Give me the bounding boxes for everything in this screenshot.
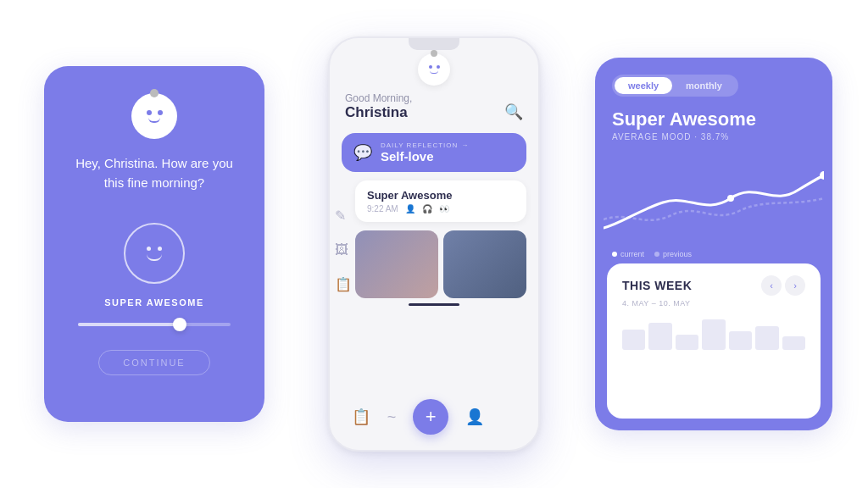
week-prev-button[interactable]: ‹ — [761, 275, 782, 296]
robot-face-left — [131, 93, 177, 139]
nav-add-button[interactable]: + — [413, 399, 448, 435]
slider-thumb[interactable] — [173, 318, 186, 331]
phone-greeting-block: Good Morning, Christina — [345, 92, 412, 121]
mood-entry-eyes-icon: 👀 — [439, 204, 449, 214]
smile-left — [148, 118, 160, 123]
weekly-monthly-toggle: weekly monthly — [612, 75, 738, 97]
mood-label: SUPER AWESOME — [104, 297, 204, 308]
legend-previous: previous — [654, 250, 692, 258]
week-bar-2 — [648, 323, 671, 350]
right-mood-sub: AVERAGE MOOD · 38.7% — [612, 132, 815, 141]
phone-avatar — [418, 53, 450, 86]
week-next-button[interactable]: › — [785, 275, 805, 296]
phone-avatar-inner — [429, 65, 440, 74]
legend-dot-previous — [654, 252, 659, 257]
svg-point-1 — [727, 195, 734, 202]
week-bar-4 — [702, 319, 725, 350]
smiley-eye-2 — [158, 247, 162, 251]
smiley-eye-1 — [147, 247, 151, 251]
mood-entry-card[interactable]: Super Awesome 9:22 AM 👤 🎧 👀 — [355, 180, 526, 222]
phone-greeting-sub: Good Morning, — [345, 92, 412, 104]
daily-reflection-label: DAILY REFLECTION → — [381, 141, 515, 149]
phone-avatar-smile — [430, 70, 438, 74]
weekly-toggle-btn[interactable]: weekly — [615, 77, 672, 94]
this-week-date: 4. MAY – 10. MAY — [622, 299, 805, 308]
phone-avatar-eyes — [429, 65, 440, 69]
mood-chart — [595, 152, 832, 245]
this-week-nav: ‹ › — [761, 275, 805, 296]
antenna-left — [150, 89, 159, 97]
chart-legend: current previous — [595, 245, 832, 263]
search-icon[interactable]: 🔍 — [504, 103, 523, 121]
phone-avatar-eye-1 — [429, 65, 432, 69]
eyes-left — [147, 110, 163, 115]
continue-button[interactable]: CONTINUE — [98, 350, 209, 375]
phone-header: Good Morning, Christina 🔍 — [330, 86, 538, 126]
week-bar-5 — [729, 331, 752, 350]
this-week-header: THIS WEEK ‹ › — [622, 275, 805, 296]
mood-entry-person-icon: 👤 — [405, 204, 415, 214]
scene: Hey, Christina. How are you this fine mo… — [27, 24, 841, 464]
legend-current: current — [612, 250, 644, 258]
photo-thumb-2 — [443, 230, 526, 298]
phone-nav: 📋 ~ + 👤 — [330, 392, 538, 441]
week-bars — [622, 316, 805, 350]
eye-left-1 — [147, 110, 152, 115]
mood-slider-track[interactable] — [78, 323, 231, 326]
phone-avatar-antenna — [431, 50, 437, 57]
left-greeting-text: Hey, Christina. How are you this fine mo… — [64, 154, 244, 192]
mood-entry-meta: 9:22 AM 👤 🎧 👀 — [367, 204, 515, 214]
image-icon[interactable]: 🖼 — [335, 242, 352, 258]
right-card-top: weekly monthly Super Awesome AVERAGE MOO… — [595, 58, 832, 152]
photo-thumb-1 — [355, 230, 438, 298]
smiley-circle — [124, 223, 185, 284]
week-bar-7 — [782, 336, 805, 350]
week-bar-1 — [622, 330, 645, 350]
phone-greeting-name: Christina — [345, 104, 412, 121]
eye-left-2 — [158, 110, 163, 115]
chart-svg — [604, 152, 824, 245]
edit-icon[interactable]: ✎ — [335, 208, 352, 224]
smiley-eyes — [147, 247, 162, 251]
this-week-card: THIS WEEK ‹ › 4. MAY – 10. MAY — [607, 263, 821, 419]
mood-entry-title: Super Awesome — [367, 189, 515, 202]
smiley-smile — [147, 254, 162, 261]
right-card: weekly monthly Super Awesome AVERAGE MOO… — [595, 58, 832, 430]
smiley-face — [147, 247, 162, 261]
phone-sidebar: ✎ 🖼 📋 — [330, 208, 357, 292]
phone-notch — [409, 38, 459, 50]
nav-profile-icon[interactable]: 👤 — [465, 408, 484, 426]
home-indicator — [409, 303, 459, 306]
photo-strip — [355, 230, 526, 298]
legend-dot-current — [612, 252, 617, 257]
slider-fill — [78, 323, 177, 326]
phone-avatar-eye-2 — [437, 65, 440, 69]
robot-face-inner-left — [147, 110, 163, 123]
mood-entry-headphone-icon: 🎧 — [422, 204, 432, 214]
daily-reflection-title: Self-love — [381, 149, 515, 164]
daily-reflection-card[interactable]: 💬 DAILY REFLECTION → Self-love — [342, 133, 526, 172]
monthly-toggle-btn[interactable]: monthly — [672, 77, 736, 94]
nav-stats-icon[interactable]: ~ — [387, 408, 397, 426]
copy-icon[interactable]: 📋 — [335, 276, 352, 292]
reflection-icon: 💬 — [353, 143, 372, 162]
daily-reflection-text: DAILY REFLECTION → Self-love — [381, 141, 515, 164]
left-card: Hey, Christina. How are you this fine mo… — [44, 66, 264, 422]
this-week-title: THIS WEEK — [622, 279, 692, 292]
center-phone: Good Morning, Christina 🔍 💬 DAILY REFLEC… — [328, 36, 540, 452]
mood-entry-time: 9:22 AM — [367, 204, 398, 214]
nav-journal-icon[interactable]: 📋 — [352, 408, 370, 426]
week-bar-3 — [676, 335, 698, 350]
right-mood-title: Super Awesome — [612, 108, 815, 130]
week-bar-6 — [755, 326, 778, 350]
